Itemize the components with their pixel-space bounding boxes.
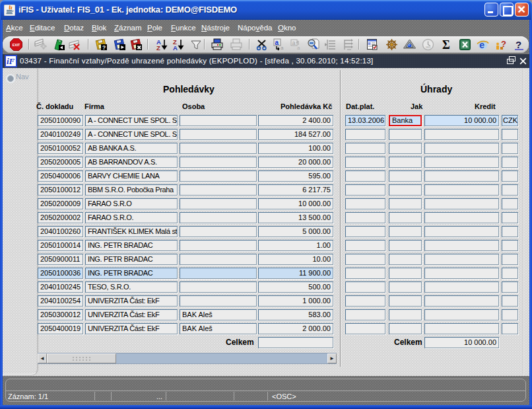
svg-text:a: a — [275, 39, 279, 46]
svg-text:EXIT: EXIT — [13, 43, 20, 47]
svg-text:a: a — [292, 40, 296, 46]
svg-text:Z: Z — [156, 44, 160, 51]
svg-text:A: A — [173, 44, 178, 51]
svg-text:?: ? — [501, 39, 506, 49]
svg-text:a: a — [297, 45, 300, 51]
svg-text:1315: 1315 — [426, 46, 431, 49]
svg-text:iF: iF — [7, 56, 15, 66]
svg-text:?: ? — [102, 44, 106, 51]
svg-text:?: ? — [515, 39, 521, 50]
svg-text:Σ: Σ — [442, 38, 450, 51]
svg-text:a: a — [281, 45, 284, 51]
